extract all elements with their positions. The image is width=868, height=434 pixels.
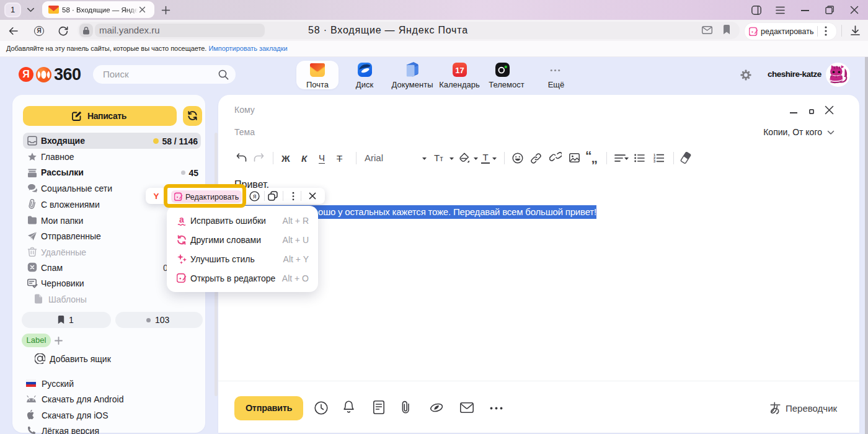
svg-text:я: я bbox=[253, 193, 256, 200]
svg-text:a: a bbox=[179, 215, 184, 224]
svg-text:17: 17 bbox=[455, 66, 464, 75]
svg-text:Y: Y bbox=[153, 192, 159, 201]
svg-text:3: 3 bbox=[653, 159, 655, 162]
